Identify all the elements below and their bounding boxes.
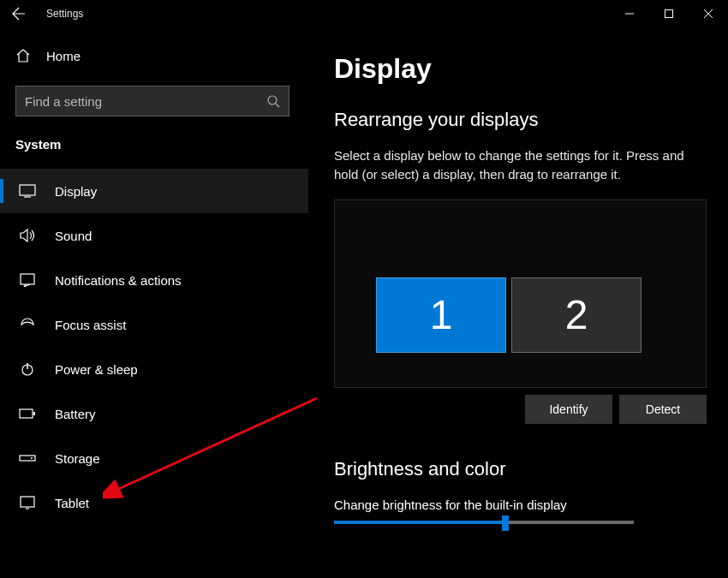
svg-rect-2	[20, 185, 35, 195]
detect-button[interactable]: Detect	[619, 395, 707, 424]
sidebar-item-label: Focus assist	[55, 318, 126, 332]
display-icon	[19, 182, 36, 200]
close-icon	[704, 9, 713, 18]
svg-rect-7	[20, 456, 35, 461]
monitor-1[interactable]: 1	[376, 277, 506, 353]
home-nav[interactable]: Home	[0, 36, 308, 75]
sidebar-item-power-sleep[interactable]: Power & sleep	[0, 347, 308, 391]
power-icon	[19, 361, 36, 378]
sidebar-item-label: Notifications & actions	[55, 273, 182, 288]
svg-point-8	[31, 457, 33, 459]
sidebar-item-label: Sound	[55, 229, 92, 243]
brightness-heading: Brightness and color	[334, 458, 702, 480]
sidebar-item-label: Display	[55, 184, 97, 199]
sidebar-item-label: Power & sleep	[55, 362, 138, 377]
battery-icon	[19, 405, 36, 422]
identify-button[interactable]: Identify	[525, 395, 612, 424]
sidebar-item-display[interactable]: Display	[0, 169, 308, 213]
nav-list: Display Sound Notifications & actions Fo…	[0, 169, 308, 525]
rearrange-description: Select a display below to change the set…	[334, 146, 702, 184]
sidebar-item-label: Battery	[55, 407, 96, 421]
titlebar: Settings	[0, 0, 728, 27]
back-arrow-icon	[12, 7, 26, 21]
sidebar-item-storage[interactable]: Storage	[0, 436, 308, 480]
search-icon	[266, 94, 280, 108]
focus-assist-icon	[19, 316, 36, 333]
svg-rect-9	[21, 497, 34, 507]
sidebar-item-focus-assist[interactable]: Focus assist	[0, 302, 308, 347]
sound-icon	[19, 227, 36, 244]
close-button[interactable]	[689, 0, 728, 27]
back-button[interactable]	[0, 0, 38, 27]
maximize-icon	[665, 9, 673, 18]
svg-rect-3	[21, 274, 34, 284]
storage-icon	[19, 450, 36, 467]
sidebar-item-label: Tablet	[55, 496, 89, 510]
minimize-icon	[625, 9, 634, 18]
rearrange-heading: Rearrange your displays	[334, 109, 702, 131]
home-icon	[15, 48, 31, 63]
svg-point-1	[268, 96, 277, 104]
sidebar-item-sound[interactable]: Sound	[0, 213, 308, 258]
brightness-label: Change brightness for the built-in displ…	[334, 498, 702, 512]
maximize-button[interactable]	[649, 0, 689, 27]
sidebar-item-label: Storage	[55, 451, 100, 466]
display-arrange-area[interactable]: 1 2	[334, 200, 707, 388]
monitor-2[interactable]: 2	[511, 277, 641, 353]
window-title: Settings	[38, 8, 83, 20]
sidebar-item-battery[interactable]: Battery	[0, 391, 308, 436]
minimize-button[interactable]	[610, 0, 649, 27]
svg-rect-0	[665, 10, 673, 18]
section-title: System	[0, 122, 308, 158]
brightness-slider[interactable]	[334, 521, 634, 524]
svg-rect-5	[20, 409, 33, 418]
tablet-icon	[19, 494, 36, 511]
search-placeholder: Find a setting	[25, 94, 102, 109]
notifications-icon	[19, 271, 36, 289]
slider-thumb[interactable]	[502, 515, 509, 531]
page-title: Display	[334, 53, 702, 85]
sidebar-item-notifications[interactable]: Notifications & actions	[0, 258, 308, 302]
main-content: Display Rearrange your displays Select a…	[308, 27, 728, 578]
search-input[interactable]: Find a setting	[15, 86, 289, 116]
svg-rect-6	[33, 412, 35, 415]
sidebar-item-tablet[interactable]: Tablet	[0, 480, 308, 525]
sidebar: Home Find a setting System Display Sound	[0, 27, 308, 578]
home-label: Home	[46, 49, 81, 63]
